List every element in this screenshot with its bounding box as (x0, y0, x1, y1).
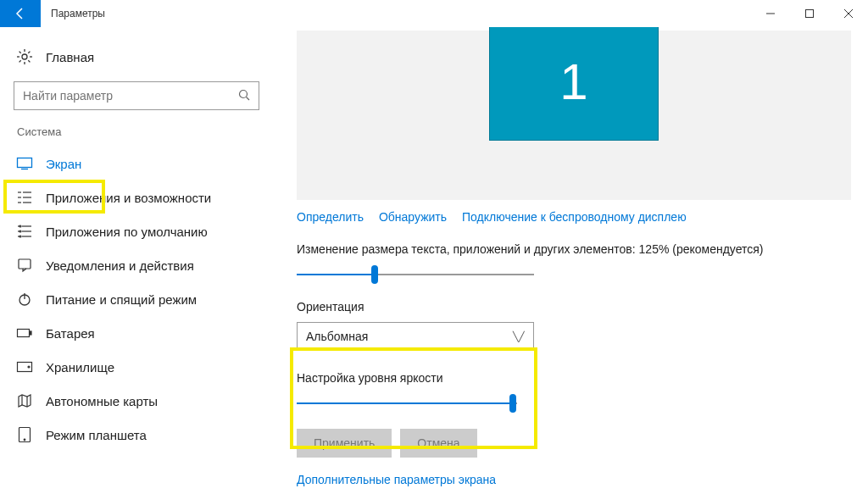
storage-icon (17, 359, 32, 375)
sidebar-item-power[interactable]: Питание и спящий режим (14, 282, 271, 316)
advanced-display-link[interactable]: Дополнительные параметры экрана (297, 473, 851, 486)
sidebar-home[interactable]: Главная (14, 44, 271, 69)
maximize-button[interactable] (790, 0, 829, 27)
svg-rect-36 (30, 331, 31, 335)
sidebar-item-default-apps[interactable]: Приложения по умолчанию (14, 214, 271, 248)
svg-rect-35 (18, 330, 30, 337)
monitor-preview[interactable]: 1 (297, 31, 851, 200)
svg-line-12 (19, 60, 21, 62)
back-button[interactable] (0, 0, 41, 27)
svg-line-11 (28, 52, 30, 53)
sidebar-item-maps[interactable]: Автономные карты (14, 384, 271, 418)
minimize-button[interactable] (751, 0, 790, 27)
link-detect[interactable]: Обнаружить (379, 210, 447, 224)
notifications-icon (17, 258, 32, 273)
maps-icon (17, 393, 32, 408)
sidebar-item-label: Уведомления и действия (46, 258, 194, 273)
close-button[interactable] (829, 0, 868, 27)
scale-slider[interactable] (297, 264, 534, 285)
sidebar-section-label: Система (17, 125, 271, 138)
sidebar-item-display[interactable]: Экран (14, 147, 271, 180)
svg-point-13 (240, 90, 248, 97)
orientation-value: Альбомная (306, 330, 368, 343)
sidebar: Главная Система Экран Приложения и возмо… (0, 27, 271, 494)
sidebar-home-label: Главная (46, 50, 94, 64)
default-apps-icon (17, 224, 32, 239)
svg-rect-32 (19, 259, 31, 269)
svg-point-4 (22, 54, 27, 59)
svg-point-42 (24, 439, 25, 441)
brightness-label: Настройка уровня яркости (297, 371, 851, 385)
sidebar-item-label: Режим планшета (46, 428, 147, 442)
battery-icon (17, 325, 32, 341)
sidebar-item-apps[interactable]: Приложения и возможности (14, 180, 271, 214)
monitor-number: 1 (559, 53, 587, 111)
chevron-down-icon: ╲╱ (513, 331, 525, 342)
sidebar-item-label: Питание и спящий режим (46, 292, 197, 307)
tablet-icon (17, 427, 32, 442)
power-icon (17, 291, 32, 307)
sidebar-item-label: Батарея (46, 326, 95, 341)
orientation-select[interactable]: Альбомная ╲╱ (297, 322, 534, 351)
scale-label: Изменение размера текста, приложений и д… (297, 242, 851, 256)
sidebar-item-label: Автономные карты (46, 394, 158, 408)
apply-button[interactable]: Применить (297, 429, 392, 458)
svg-line-10 (28, 60, 30, 62)
orientation-label: Ориентация (297, 300, 851, 314)
cancel-button[interactable]: Отмена (400, 429, 476, 458)
apps-icon (17, 190, 32, 205)
sidebar-item-label: Приложения и возможности (46, 191, 211, 205)
monitor-1[interactable]: 1 (489, 27, 659, 141)
sidebar-item-tablet[interactable]: Режим планшета (14, 418, 271, 452)
brightness-slider[interactable] (297, 393, 517, 414)
svg-point-38 (28, 366, 30, 368)
search-icon (238, 89, 250, 103)
sidebar-item-label: Экран (46, 157, 81, 171)
sidebar-item-notifications[interactable]: Уведомления и действия (14, 248, 271, 282)
sidebar-item-label: Хранилище (46, 360, 114, 375)
search-input[interactable] (14, 81, 259, 110)
link-wireless[interactable]: Подключение к беспроводному дисплею (462, 210, 687, 224)
sidebar-item-battery[interactable]: Батарея (14, 316, 271, 350)
window-title: Параметры (41, 0, 105, 27)
search-field[interactable] (23, 89, 238, 103)
main-content: 1 Определить Обнаружить Подключение к бе… (271, 27, 868, 494)
link-identify[interactable]: Определить (297, 210, 364, 224)
svg-line-14 (247, 97, 250, 100)
sidebar-item-label: Приложения по умолчанию (46, 225, 208, 239)
titlebar: Параметры (0, 0, 868, 27)
sidebar-item-storage[interactable]: Хранилище (14, 350, 271, 384)
svg-rect-1 (806, 10, 814, 18)
display-icon (17, 156, 32, 171)
svg-rect-15 (18, 158, 32, 168)
svg-line-9 (19, 52, 21, 53)
gear-icon (17, 49, 32, 64)
